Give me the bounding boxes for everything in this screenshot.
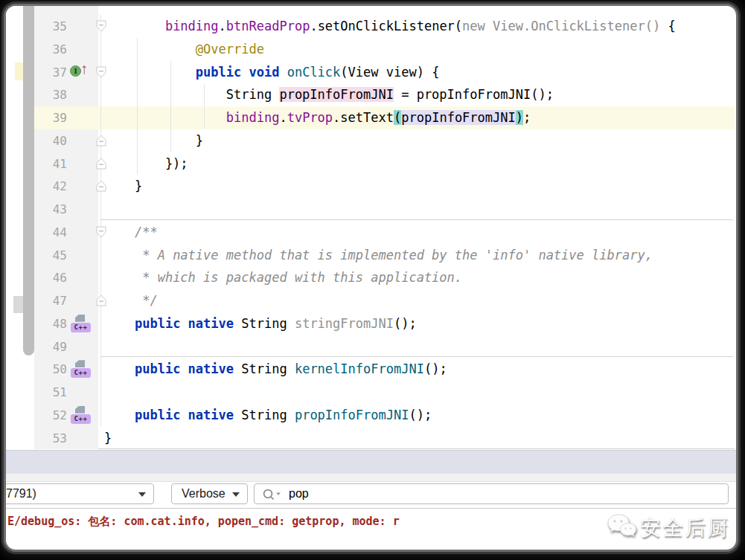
line-number: 41	[34, 152, 67, 176]
log-level-dropdown[interactable]: Verbose	[171, 483, 248, 504]
line-number: 49	[34, 335, 67, 358]
chevron-down-icon	[138, 492, 146, 497]
line-number: 38	[34, 83, 67, 106]
fold-marker-icon[interactable]	[96, 180, 106, 192]
logcat-toolbar: 7791) Verbose	[6, 482, 736, 509]
left-scrollbar-thumb[interactable]	[23, 6, 34, 355]
fold-marker-icon[interactable]	[96, 20, 106, 32]
line-number: 40	[34, 129, 67, 152]
code-line-38[interactable]: String propInfoFromJNI = propInfoFromJNI…	[104, 83, 554, 106]
code-line-45[interactable]: * A native method that is implemented by…	[104, 244, 653, 267]
panel-splitter-band[interactable]	[6, 450, 736, 474]
line-number: 48	[34, 312, 67, 335]
code-editor[interactable]: binding.btnReadProp.setOnClickListener(n…	[6, 6, 735, 449]
line-number: 51	[34, 381, 67, 404]
log-level-value: Verbose	[182, 487, 226, 500]
device-selector-value: 7791)	[6, 487, 36, 500]
line-number: 35	[34, 15, 67, 38]
fold-marker-icon[interactable]	[96, 226, 106, 238]
code-line-53[interactable]: }	[104, 427, 112, 450]
code-line-52[interactable]: public native String propInfoFromJNI();	[104, 404, 432, 427]
code-line-50[interactable]: public native String kernelInfoFromJNI()…	[104, 358, 447, 381]
search-input[interactable]	[287, 485, 719, 503]
code-line-40[interactable]: }	[104, 129, 203, 152]
code-line-44[interactable]: /**	[104, 221, 158, 244]
code-line-46[interactable]: * which is packaged with this applicatio…	[104, 266, 462, 289]
code-line-48[interactable]: public native String stringFromJNI();	[104, 312, 417, 335]
cpp-native-implementation-icon[interactable]: C++	[70, 359, 94, 380]
code-line-35[interactable]: binding.btnReadProp.setOnClickListener(n…	[104, 15, 676, 38]
fold-marker-icon[interactable]	[96, 158, 106, 170]
search-icon	[261, 487, 284, 505]
line-number: 43	[34, 198, 67, 221]
panel-header-band	[6, 474, 736, 482]
line-number: 45	[34, 244, 67, 267]
line-number: 53	[34, 427, 67, 450]
cpp-native-implementation-icon[interactable]: C++	[70, 314, 94, 335]
line-number: 36	[34, 38, 67, 61]
cpp-native-implementation-icon[interactable]: C++	[70, 405, 94, 426]
code-line-41[interactable]: });	[104, 152, 188, 176]
line-number: 42	[34, 175, 67, 198]
code-line-42[interactable]: }	[104, 175, 142, 198]
left-panel-edge	[6, 6, 34, 449]
wechat-icon	[606, 513, 637, 543]
code-line-36[interactable]: @Override	[104, 38, 264, 61]
watermark-text: 安全后厨	[640, 514, 729, 542]
watermark: 安全后厨	[606, 512, 732, 544]
method-separator	[100, 219, 733, 220]
fold-marker-icon[interactable]	[96, 295, 106, 306]
line-number: 39	[34, 106, 67, 129]
logcat-search-field[interactable]	[254, 483, 729, 504]
code-line-37[interactable]: public void onClick(View view) {	[104, 61, 439, 84]
implementing-method-icon[interactable]: I↑	[70, 61, 94, 82]
code-line-39[interactable]: binding.tvProp.setText(propInfoFromJNI);	[104, 106, 531, 129]
fold-marker-icon[interactable]	[96, 135, 106, 147]
fold-marker-icon[interactable]	[96, 66, 106, 78]
method-separator	[100, 356, 733, 357]
line-number: 46	[34, 266, 67, 289]
code-line-47[interactable]: */	[104, 289, 158, 312]
chevron-down-icon	[232, 492, 240, 497]
log-line-text: E/debug_os: 包名: com.cat.info, popen_cmd:…	[7, 515, 400, 529]
line-number: 37	[34, 61, 67, 84]
device-selector-dropdown[interactable]: 7791)	[6, 483, 154, 504]
line-number: 50	[34, 358, 67, 381]
ide-window: binding.btnReadProp.setOnClickListener(n…	[6, 6, 736, 550]
line-number: 44	[34, 221, 67, 244]
line-number: 52	[34, 404, 67, 427]
line-number: 47	[34, 289, 67, 312]
